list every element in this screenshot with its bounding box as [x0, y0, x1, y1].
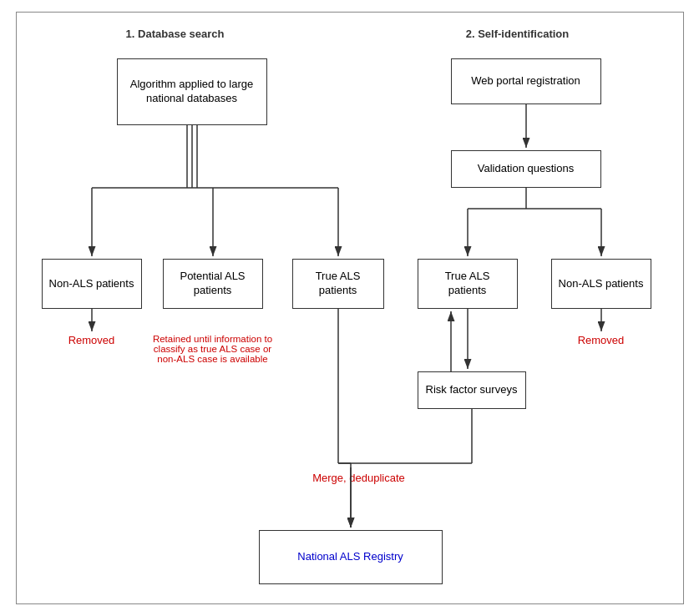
section1-title: 1. Database search	[84, 28, 267, 40]
non-als-right-box: Non-ALS patients	[551, 259, 651, 309]
non-als-left-label: Non-ALS patients	[49, 277, 134, 291]
validation-box: Validation questions	[451, 150, 601, 188]
section2-title: 2. Self-identification	[426, 28, 610, 40]
algorithm-label: Algorithm applied to large national data…	[124, 78, 260, 106]
true-als-right-box: True ALS patients	[418, 259, 518, 309]
validation-label: Validation questions	[478, 162, 574, 176]
removed-right-label: Removed	[551, 334, 651, 346]
non-als-left-box: Non-ALS patients	[42, 259, 142, 309]
true-als-left-label: True ALS patients	[300, 270, 377, 298]
risk-factor-label: Risk factor surveys	[426, 383, 518, 397]
potential-als-box: Potential ALS patients	[163, 259, 263, 309]
web-portal-label: Web portal registration	[471, 74, 580, 88]
risk-factor-box: Risk factor surveys	[418, 371, 526, 409]
retained-label: Retained until information to classify a…	[146, 334, 280, 364]
algorithm-box: Algorithm applied to large national data…	[117, 58, 267, 125]
removed-left-label: Removed	[42, 334, 142, 346]
diagram-container: 1. Database search 2. Self-identificatio…	[16, 12, 684, 604]
web-portal-box: Web portal registration	[451, 58, 601, 104]
merge-label: Merge, deduplicate	[292, 472, 426, 484]
non-als-right-label: Non-ALS patients	[559, 277, 644, 291]
national-registry-box: National ALS Registry	[259, 530, 443, 584]
national-registry-label: National ALS Registry	[297, 550, 403, 564]
true-als-left-box: True ALS patients	[292, 259, 384, 309]
true-als-right-label: True ALS patients	[425, 270, 510, 298]
potential-als-label: Potential ALS patients	[170, 270, 256, 298]
